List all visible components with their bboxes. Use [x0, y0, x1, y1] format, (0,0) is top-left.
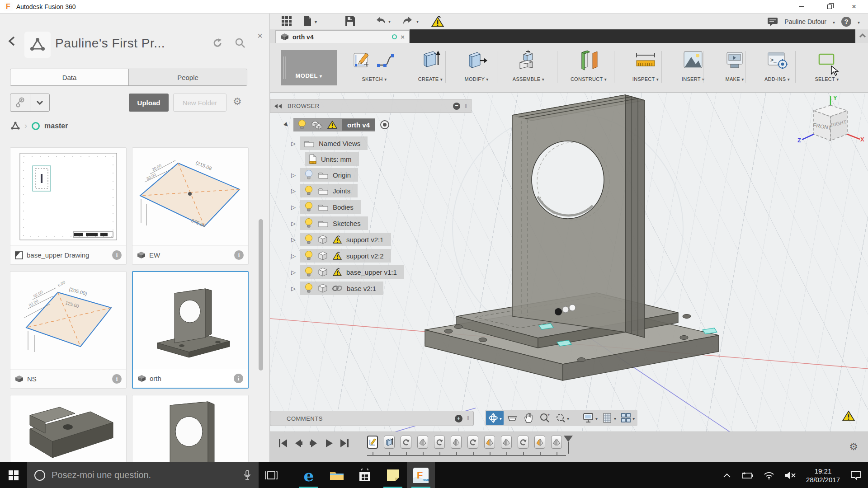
data-item-partial-2[interactable]: [132, 395, 249, 462]
timeline-feature-sketch[interactable]: [367, 436, 378, 449]
tab-close-icon[interactable]: ×: [401, 33, 405, 41]
step-back-icon[interactable]: [293, 438, 303, 448]
breadcrumb-branch[interactable]: master: [44, 122, 68, 130]
browser-row-support-v2-1[interactable]: ▷ support v2:1: [290, 233, 391, 246]
ribbon-group-modify[interactable]: MODIFY: [449, 47, 504, 89]
bulb-on-icon[interactable]: [304, 185, 314, 196]
expander-icon[interactable]: ▷: [290, 188, 297, 194]
info-icon[interactable]: i: [234, 250, 244, 260]
go-to-end-icon[interactable]: [340, 438, 349, 448]
collapse-browser-icon[interactable]: [274, 103, 283, 109]
timeline-feature-rotate[interactable]: [434, 436, 445, 449]
timeline-playhead[interactable]: [563, 435, 574, 456]
timeline-feature-flag-orange[interactable]: [484, 436, 495, 449]
restore-button[interactable]: [819, 0, 840, 13]
close-button[interactable]: ×: [844, 0, 864, 13]
activate-component-icon[interactable]: [379, 119, 391, 131]
pan-icon[interactable]: [521, 411, 536, 425]
browser-drag-handle[interactable]: ‖: [465, 103, 467, 109]
wifi-icon[interactable]: [764, 471, 774, 479]
browser-header[interactable]: BROWSER − ‖: [270, 99, 472, 113]
redo-icon[interactable]: [402, 15, 419, 26]
search-icon[interactable]: [234, 37, 246, 51]
timeline-feature-flag[interactable]: [551, 436, 562, 449]
look-at-icon[interactable]: [505, 411, 520, 425]
workspace-selector[interactable]: MODEL: [281, 50, 337, 85]
bulb-on-icon[interactable]: [304, 218, 314, 229]
file-icon[interactable]: [302, 15, 317, 27]
tab-data[interactable]: Data: [10, 69, 129, 85]
data-item-orth[interactable]: orth i: [132, 271, 249, 389]
apps-grid-icon[interactable]: [281, 15, 292, 27]
expander-icon[interactable]: ▷: [290, 253, 297, 259]
bulb-on-icon[interactable]: [304, 202, 314, 212]
job-status-warning-icon[interactable]: [431, 15, 444, 28]
ribbon-group-inspect[interactable]: INSPECT: [618, 47, 673, 89]
search-placeholder[interactable]: Posez-moi une question.: [52, 470, 237, 480]
tab-people[interactable]: People: [129, 69, 247, 85]
data-panel-close-icon[interactable]: ×: [254, 31, 266, 41]
data-item-ns[interactable]: (205.00) 125.00 62.00 82.00 6.00 NS i: [10, 271, 127, 389]
data-item-partial-1[interactable]: [10, 395, 127, 462]
timeline-feature-rotate[interactable]: [467, 436, 478, 449]
display-settings-icon[interactable]: [581, 411, 599, 425]
bulb-on-icon[interactable]: [297, 119, 307, 130]
info-icon[interactable]: i: [112, 250, 122, 260]
collapse-toolbar-icon[interactable]: [859, 32, 866, 39]
help-icon[interactable]: ?: [841, 17, 851, 27]
undo-icon[interactable]: [374, 15, 391, 26]
browser-row-origin[interactable]: ▷ Origin: [290, 168, 358, 182]
expander-icon[interactable]: ▷: [290, 204, 297, 211]
minimize-button[interactable]: [791, 0, 812, 13]
viewports-icon[interactable]: [619, 411, 637, 425]
taskbar-app-fusion-360[interactable]: F360: [407, 462, 435, 488]
expander-icon[interactable]: ▷: [290, 220, 297, 227]
view-cube[interactable]: FRONT RIGHT Y X Z: [797, 94, 864, 164]
comments-bubble-icon[interactable]: [767, 17, 778, 26]
expander-expanded-icon[interactable]: ▶: [282, 120, 291, 129]
tray-expand-icon[interactable]: [723, 473, 731, 478]
expander-icon[interactable]: ▷: [290, 236, 297, 243]
user-dropdown-icon[interactable]: [833, 18, 835, 26]
browser-row-named-views[interactable]: ▷ Named Views: [290, 136, 368, 150]
project-icon[interactable]: [24, 32, 51, 58]
gear-icon[interactable]: ⚙: [233, 96, 242, 108]
upload-button[interactable]: Upload: [129, 94, 169, 112]
timeline-feature-flag[interactable]: [417, 436, 428, 449]
data-panel-scrollbar[interactable]: [259, 219, 263, 371]
viewport-3d[interactable]: BROWSER − ‖ ▶ orth v4: [270, 93, 868, 432]
zoom-icon[interactable]: ±: [537, 411, 552, 425]
comments-drag-handle[interactable]: ‖: [467, 415, 470, 422]
project-crumb-icon[interactable]: [11, 122, 20, 130]
ribbon-group-construct[interactable]: CONSTRUCT: [561, 47, 616, 89]
start-button[interactable]: [0, 462, 27, 488]
play-icon[interactable]: [324, 438, 334, 448]
bulb-on-icon[interactable]: [304, 283, 314, 294]
back-icon[interactable]: [7, 35, 17, 49]
step-forward-icon[interactable]: [309, 438, 319, 448]
save-icon[interactable]: [344, 15, 356, 27]
user-name[interactable]: Pauline Dufour: [784, 18, 826, 25]
browser-root-row[interactable]: ▶ orth v4: [283, 118, 391, 131]
bulb-on-icon[interactable]: [304, 234, 314, 245]
branch-dropdown-icon[interactable]: [30, 94, 50, 111]
ribbon-group-sketch[interactable]: SKETCH: [347, 47, 401, 89]
grid-settings-icon[interactable]: [600, 411, 618, 425]
expander-icon[interactable]: ▷: [290, 172, 297, 178]
bulb-off-icon[interactable]: [304, 169, 314, 180]
new-folder-button[interactable]: New Folder: [173, 94, 226, 112]
browser-minimize-icon[interactable]: −: [453, 103, 460, 110]
expander-icon[interactable]: ▷: [290, 269, 297, 276]
timeline-feature-flag[interactable]: [501, 436, 512, 449]
timeline-feature-extrude[interactable]: [384, 436, 395, 449]
task-view-icon[interactable]: [259, 462, 284, 488]
browser-row-sketches[interactable]: ▷ Sketches: [290, 216, 368, 230]
action-center-icon[interactable]: [850, 470, 862, 481]
taskbar-app-file-explorer[interactable]: [323, 462, 351, 488]
info-icon[interactable]: i: [234, 374, 243, 383]
browser-root-label[interactable]: orth v4: [342, 119, 375, 131]
comments-bar[interactable]: COMMENTS + ‖: [270, 411, 474, 426]
battery-icon[interactable]: [741, 472, 754, 479]
browser-row-support-v2-2[interactable]: ▷ support v2:2: [290, 249, 391, 263]
bulb-on-icon[interactable]: [304, 250, 314, 261]
